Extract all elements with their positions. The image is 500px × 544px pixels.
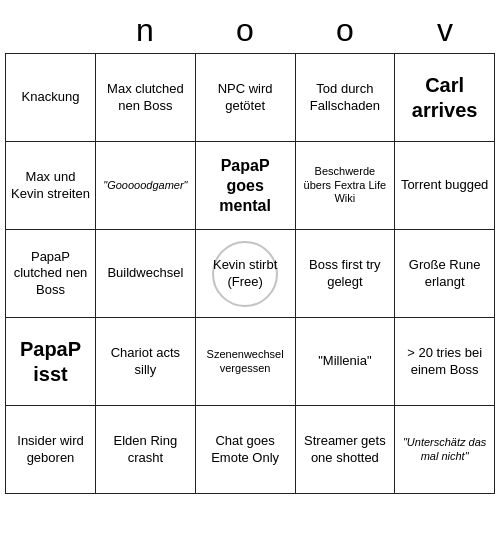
cell-r1c5[interactable]: Carl arrives bbox=[395, 54, 495, 142]
bingo-grid: Knackung Max clutched nen Boss NPC wird … bbox=[5, 53, 495, 494]
col-header-o1: o bbox=[195, 8, 295, 53]
cell-r1c3[interactable]: NPC wird getötet bbox=[196, 54, 296, 142]
cell-r2c4[interactable]: Beschwerde übers Fextra Life Wiki bbox=[296, 142, 396, 230]
cell-r4c3[interactable]: Szenenwechsel vergessen bbox=[196, 318, 296, 406]
header-row: n o o v bbox=[5, 8, 495, 53]
cell-r2c1[interactable]: Max und Kevin streiten bbox=[6, 142, 96, 230]
col-header-o2: o bbox=[295, 8, 395, 53]
cell-r5c2[interactable]: Elden Ring crasht bbox=[96, 406, 196, 494]
header-spacer bbox=[5, 8, 95, 53]
cell-r4c5[interactable]: > 20 tries bei einem Boss bbox=[395, 318, 495, 406]
cell-r3c3-free[interactable]: Kevin stirbt (Free) bbox=[196, 230, 296, 318]
col-header-n: n bbox=[95, 8, 195, 53]
cell-r5c3[interactable]: Chat goes Emote Only bbox=[196, 406, 296, 494]
free-cell-text: Kevin stirbt (Free) bbox=[201, 257, 290, 290]
cell-r3c1[interactable]: PapaP clutched nen Boss bbox=[6, 230, 96, 318]
cell-r5c4[interactable]: Streamer gets one shotted bbox=[296, 406, 396, 494]
cell-r3c4[interactable]: Boss first try gelegt bbox=[296, 230, 396, 318]
cell-r1c2[interactable]: Max clutched nen Boss bbox=[96, 54, 196, 142]
bingo-card: n o o v Knackung Max clutched nen Boss N… bbox=[5, 8, 495, 494]
cell-r2c5[interactable]: Torrent bugged bbox=[395, 142, 495, 230]
cell-r4c4[interactable]: "Millenia" bbox=[296, 318, 396, 406]
cell-r2c2[interactable]: "Gooooodgamer" bbox=[96, 142, 196, 230]
cell-r1c4[interactable]: Tod durch Fallschaden bbox=[296, 54, 396, 142]
cell-r2c3[interactable]: PapaP goes mental bbox=[196, 142, 296, 230]
cell-r5c1[interactable]: Insider wird geboren bbox=[6, 406, 96, 494]
cell-r3c5[interactable]: Große Rune erlangt bbox=[395, 230, 495, 318]
cell-r1c1[interactable]: Knackung bbox=[6, 54, 96, 142]
cell-r3c2[interactable]: Buildwechsel bbox=[96, 230, 196, 318]
cell-r4c1[interactable]: PapaP isst bbox=[6, 318, 96, 406]
col-header-v: v bbox=[395, 8, 495, 53]
cell-r5c5[interactable]: "Unterschätz das mal nicht" bbox=[395, 406, 495, 494]
cell-r4c2[interactable]: Chariot acts silly bbox=[96, 318, 196, 406]
